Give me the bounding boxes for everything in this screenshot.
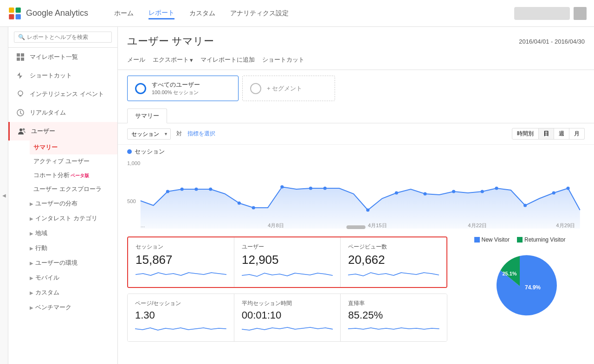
segment-text-active: すべてのユーザー 100.00% セッション [152,81,200,96]
nav-analytics-settings[interactable]: アナリティクス設定 [230,7,289,19]
time-btn-month[interactable]: 月 [569,128,585,140]
main-nav: ホーム レポート カスタム アナリティクス設定 [114,7,514,19]
sidebar-group-mobile[interactable]: ▶ モバイル [8,270,117,285]
sidebar-submenu-summary[interactable]: サマリー [30,140,117,154]
date-range: 2016/04/01 - 2016/04/30 [519,38,585,45]
svg-rect-6 [17,57,20,61]
time-btn-hourly[interactable]: 時間別 [512,128,539,140]
svg-rect-1 [16,7,21,13]
sidebar-item-shortcuts[interactable]: ショートカット [8,66,117,85]
sidebar-submenu-cohort[interactable]: コホート分析ベータ版 [30,168,117,182]
pie-label-new: 74.9% [525,284,541,291]
sidebar-submenu-active-users[interactable]: アクティブ ユーザー [30,154,117,168]
legend-box-returning [517,237,523,243]
profile-square[interactable] [574,7,587,20]
svg-point-8 [18,91,23,96]
sidebar: 🔍 マイレポート一覧 ショートカット インテリジェンス イベント [8,27,118,364]
segment-card-add[interactable]: + セグメント [242,76,335,101]
toolbar-shortcut[interactable]: ショートカット [262,54,304,66]
search-icon: 🔍 [18,34,25,40]
svg-rect-5 [21,53,24,57]
segment-name: すべてのユーザー [152,81,200,89]
tab-summary[interactable]: サマリー [127,109,167,123]
stat-value-bounce-rate: 85.25% [348,309,439,321]
stat-card-sessions: セッション 15,867 [128,237,234,287]
stat-label-pageviews: ページビュー数 [348,243,439,251]
app-header: Google Analytics ホーム レポート カスタム アナリティクス設定 [0,0,594,27]
nav-report[interactable]: レポート [148,7,174,19]
stat-label-sessions: セッション [136,243,226,251]
sidebar-label-realtime: リアルタイム [30,109,66,117]
grid-icon [16,52,25,62]
stat-label-bounce-rate: 直帰率 [348,300,439,307]
segment-card-active[interactable]: すべてのユーザー 100.00% セッション [127,76,239,101]
time-buttons: 時間別 日 週 月 [512,128,585,140]
stat-value-sessions: 15,867 [136,253,226,267]
shortcut-icon [16,71,25,80]
segment-bar: すべてのユーザー 100.00% セッション + セグメント [118,70,594,107]
arrow-icon: ▶ [30,216,33,221]
sidebar-submenu-explorer[interactable]: ユーザー エクスプローラ [30,182,117,196]
stat-card-pageviews: ページビュー数 20,662 [341,237,446,287]
sidebar-label-users: ユーザー [31,127,55,135]
svg-point-15 [166,190,169,193]
sidebar-toggle[interactable]: ◀ [0,27,8,364]
svg-rect-3 [16,14,21,19]
beta-badge: ベータ版 [71,173,89,178]
arrow-icon: ▶ [30,305,33,310]
sidebar-group-distribution[interactable]: ▶ ユーザーの分布 [8,196,117,211]
search-input[interactable] [27,34,108,40]
search-box: 🔍 [8,27,117,48]
nav-custom[interactable]: カスタム [189,7,215,19]
nav-home[interactable]: ホーム [114,7,134,19]
metric-dropdown[interactable]: セッション [127,128,171,140]
sidebar-group-environment[interactable]: ▶ ユーザーの環境 [8,255,117,270]
sidebar-group-behavior[interactable]: ▶ 行動 [8,241,117,255]
compare-label: 対 [176,130,182,138]
choose-metric-link[interactable]: 指標を選択 [187,130,215,138]
sidebar-item-realtime[interactable]: リアルタイム [8,103,117,122]
toolbar-add-report[interactable]: マイレポートに追加 [200,54,255,66]
metric-select: セッション ▼ 対 指標を選択 [127,128,215,140]
svg-point-21 [280,185,284,189]
time-btn-day[interactable]: 日 [539,128,554,140]
profile-avatar[interactable] [514,7,570,20]
content-header: ユーザー サマリー 2016/04/01 - 2016/04/30 [118,27,594,52]
sidebar-group-interest[interactable]: ▶ インタレスト カテゴリ [8,211,117,226]
search-input-wrap[interactable]: 🔍 [14,32,112,43]
svg-point-19 [238,202,241,205]
stat-value-avg-session: 00:01:10 [242,309,333,321]
arrow-icon: ▶ [30,261,33,266]
svg-point-23 [323,187,327,190]
svg-point-25 [395,192,398,195]
stat-label-users: ユーザー [242,243,333,251]
sidebar-label-shortcuts: ショートカット [30,71,72,80]
arrow-icon: ▶ [30,290,33,295]
legend-label-returning: Returning Visitor [524,236,566,243]
sparkline-avg [242,323,333,334]
stat-card-avg-session: 平均セッション時間 00:01:10 [234,294,341,341]
svg-rect-7 [21,57,24,61]
time-btn-week[interactable]: 週 [554,128,569,140]
sidebar-label-my-reports: マイレポート一覧 [30,53,78,61]
toolbar-export[interactable]: エクスポート ▾ [153,54,193,66]
content-area: ユーザー サマリー 2016/04/01 - 2016/04/30 メール エク… [118,27,594,364]
arrow-icon: ▶ [30,231,33,236]
sidebar-group-region[interactable]: ▶ 地域 [8,226,117,241]
segment-sub: 100.00% セッション [152,89,200,96]
sidebar-group-benchmark[interactable]: ▶ ベンチマーク [8,300,117,315]
pie-label-returning: 25.1% [502,271,517,276]
sidebar-group-custom[interactable]: ▶ カスタム [8,285,117,300]
metric-dropdown-wrap[interactable]: セッション ▼ [127,128,171,140]
svg-text:4月8日: 4月8日 [268,223,284,228]
sidebar-item-users[interactable]: ユーザー [8,122,117,140]
sidebar-item-intelligence[interactable]: インテリジェンス イベント [8,85,117,103]
pie-legend: New Visitor Returning Visitor [455,236,585,243]
toolbar-mail[interactable]: メール [127,54,145,66]
segment-circle-active [135,83,146,94]
svg-point-22 [309,187,312,190]
legend-label-new: New Visitor [482,236,510,243]
lightbulb-icon [16,89,25,99]
stat-value-pageviews: 20,662 [348,253,439,267]
sidebar-item-my-reports[interactable]: マイレポート一覧 [8,48,117,66]
